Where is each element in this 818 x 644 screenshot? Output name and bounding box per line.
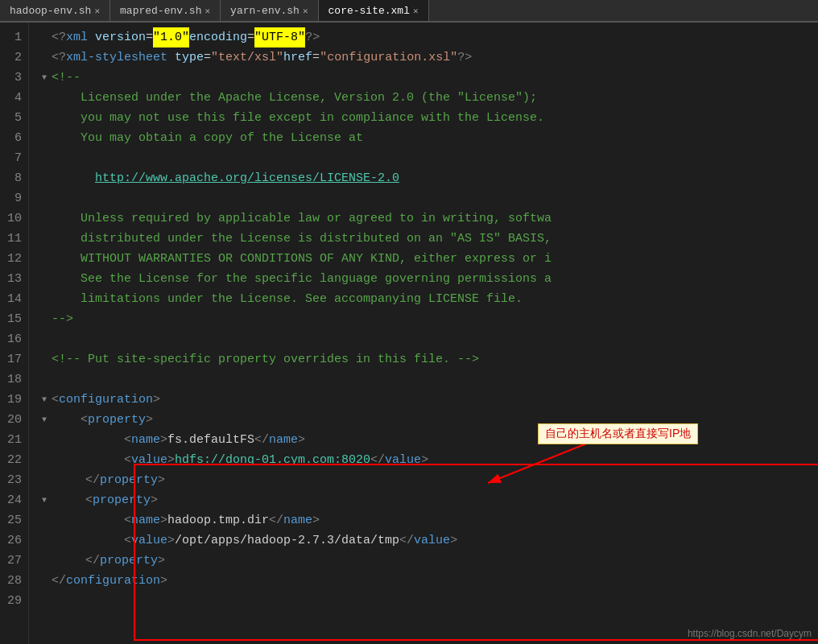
code-line-18	[39, 369, 818, 390]
code-line-26: <value>/opt/apps/hadoop-2.7.3/data/tmp</…	[39, 530, 818, 551]
code-line-19: ▼ <configuration>	[39, 390, 818, 410]
code-line-5: you may not use this file except in comp…	[39, 108, 818, 128]
code-line-27: </property>	[39, 551, 818, 571]
line-numbers: 12345 678910 1112131415 1617181920 21222…	[0, 23, 29, 644]
tab-mapred-env[interactable]: mapred-env.sh ✕	[110, 0, 221, 21]
tab-label: hadoop-env.sh	[10, 5, 91, 17]
code-line-7	[39, 148, 818, 168]
code-line-25: <name>hadoop.tmp.dir</name>	[39, 510, 818, 530]
tab-label: yarn-env.sh	[230, 5, 300, 17]
tab-core-site[interactable]: core-site.xml ✕	[319, 0, 429, 21]
code-line-11: distributed under the License is distrib…	[39, 229, 818, 249]
code-line-14: limitations under the License. See accom…	[39, 289, 818, 309]
code-line-13: See the License for the specific languag…	[39, 269, 818, 289]
code-line-16	[39, 329, 818, 349]
code-line-28: </configuration>	[39, 571, 818, 591]
watermark: https://blog.csdn.net/Daycym	[688, 628, 812, 639]
fold-icon-prop1[interactable]: ▼	[39, 415, 50, 426]
tab-yarn-env[interactable]: yarn-env.sh ✕	[221, 0, 318, 21]
code-line-4: Licensed under the Apache License, Versi…	[39, 88, 818, 108]
code-line-21: <name>fs.defaultFS</name>	[39, 430, 818, 450]
code-line-23: </property>	[39, 470, 818, 490]
code-line-12: WITHOUT WARRANTIES OR CONDITIONS OF ANY …	[39, 249, 818, 269]
code-line-8: http://www.apache.org/licenses/LICENSE-2…	[39, 168, 818, 188]
tab-hadoop-env[interactable]: hadoop-env.sh ✕	[0, 0, 110, 21]
fold-icon-config[interactable]: ▼	[39, 394, 50, 406]
code-line-1: <?xml version="1.0" encoding="UTF-8"?>	[39, 27, 818, 47]
code-line-20: ▼ <property>	[39, 410, 818, 430]
editor-area: 12345 678910 1112131415 1617181920 21222…	[0, 23, 818, 644]
code-line-9	[39, 188, 818, 208]
code-line-15: -->	[39, 309, 818, 329]
code-line-2: <?xml-stylesheet type="text/xsl" href="c…	[39, 47, 818, 68]
code-line-17: <!-- Put site-specific property override…	[39, 349, 818, 369]
code-line-10: Unless required by applicable law or agr…	[39, 208, 818, 229]
code-line-3: ▼ <!--	[39, 68, 818, 88]
tab-label: mapred-env.sh	[120, 5, 201, 17]
tab-bar: hadoop-env.sh ✕ mapred-env.sh ✕ yarn-env…	[0, 0, 818, 23]
code-line-6: You may obtain a copy of the License at	[39, 128, 818, 148]
close-icon[interactable]: ✕	[413, 6, 419, 16]
close-icon[interactable]: ✕	[303, 6, 308, 16]
close-icon[interactable]: ✕	[94, 6, 100, 16]
code-content[interactable]: <?xml version="1.0" encoding="UTF-8"?> <…	[29, 23, 818, 616]
fold-icon[interactable]	[39, 52, 50, 64]
code-line-22: <value>hdfs://dong-01.cym.com:8020</valu…	[39, 450, 818, 470]
code-wrapper: 自己的主机名或者直接写IP地 <?xml version="1.0" encod…	[29, 23, 818, 644]
annotation-box: 自己的主机名或者直接写IP地	[538, 423, 698, 444]
fold-icon-prop2[interactable]: ▼	[39, 495, 50, 506]
fold-icon[interactable]: ▼	[39, 72, 50, 84]
close-icon[interactable]: ✕	[204, 6, 210, 16]
tab-label: core-site.xml	[328, 5, 410, 17]
code-line-24: ▼ <property>	[39, 490, 818, 510]
code-line-29	[39, 591, 818, 611]
fold-icon[interactable]	[39, 32, 50, 43]
